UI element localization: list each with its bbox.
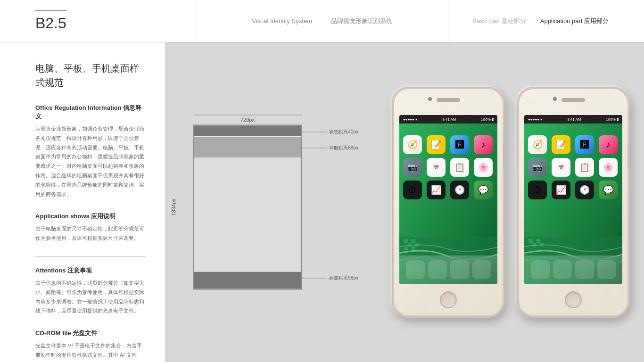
svg-rect-2 <box>404 239 408 243</box>
phone-2-wallpaper: 🧭 📝 🅰 ♪ 📷 📅 📋 🌸 ⏱ 📈 🕐 <box>524 123 622 284</box>
phone-2: ●●●●● ▾ 9:41 AM 100% ▮ <box>517 87 630 318</box>
phone-1-status-bar: ●●●●● ▾ 9:41 AM 100% ▮ <box>399 115 497 123</box>
info-block-2-title: Application shows 应用说明 <box>35 212 146 221</box>
phone-2-status-bar: ●●●●● ▾ 9:41 AM 100% ▮ <box>524 115 622 123</box>
phone2-notes-icon: 📝 <box>552 135 570 154</box>
info-block-2: Application shows 应用说明 由于电脑桌面的尺寸不确定性，此页部… <box>35 212 146 243</box>
svg-rect-6 <box>404 247 408 250</box>
status-bar-block <box>194 126 301 136</box>
svg-rect-10 <box>529 239 533 243</box>
right-panel: 720px 1334px <box>165 42 644 362</box>
wireframe-box: 1334px 状态栏高40px <box>193 125 302 290</box>
phone2-safari-icon: 🧭 <box>528 135 547 154</box>
main-content: 电脑、平板、手机桌面样式规范 Office Regulation Informa… <box>0 42 644 362</box>
phone-2-vol-down <box>517 154 518 168</box>
phone2-messages-icon: 💬 <box>599 181 618 199</box>
phone-2-vol-up <box>517 135 518 149</box>
header-left: B2.5 <box>35 10 196 32</box>
app-icons-grid-2: 🧭 📝 🅰 ♪ 📷 📅 📋 🌸 ⏱ 📈 🕐 <box>528 135 619 199</box>
camera-icon: 📷 <box>403 158 422 177</box>
brand-label-en: Visual Identity System <box>252 17 312 25</box>
wireframe-frame <box>193 125 302 290</box>
content-block <box>194 158 301 271</box>
phone2-dock-icon-1 <box>531 260 550 279</box>
phone-1-speaker <box>437 98 460 102</box>
cdrom-title: CD-ROM file 光盘文件 <box>35 329 146 337</box>
phone2-music-icon: ♪ <box>599 135 618 154</box>
phone-1-dock <box>399 255 497 284</box>
phone2-compass-icon: ⏱ <box>528 181 547 199</box>
phone2-dock-icon-2 <box>553 260 572 279</box>
svg-rect-13 <box>540 243 544 247</box>
svg-rect-3 <box>412 239 415 243</box>
phone-2-time: 9:41 AM <box>567 117 581 122</box>
nav-application: Application part 应用部分 <box>540 17 609 25</box>
svg-rect-5 <box>415 243 419 247</box>
status-label: 状态栏高40px <box>298 129 358 135</box>
phone-2-screen: ●●●●● ▾ 9:41 AM 100% ▮ <box>524 115 622 284</box>
brand-label-cn: 品牌视觉形象识别系统 <box>331 17 392 25</box>
phone-2-home[interactable] <box>565 291 582 308</box>
info-block-3-text: 由于信息的不确定性，此页部分规范（如文字大小、间距等）可作为参考使用，具体可根据… <box>35 279 146 316</box>
svg-rect-12 <box>533 243 537 247</box>
reminders-icon: 📋 <box>450 158 469 177</box>
phone-1-vol-up <box>392 135 393 149</box>
dock-icon-4 <box>472 260 491 279</box>
svg-rect-4 <box>408 243 412 247</box>
svg-rect-11 <box>537 239 540 243</box>
music-icon: ♪ <box>474 135 493 154</box>
header: B2.5 Visual Identity System 品牌视觉形象识别系统 B… <box>0 0 644 42</box>
nav-basic: Basic part 基础部分 <box>472 17 526 25</box>
svg-rect-7 <box>412 247 415 250</box>
phone-1: ●●●●● ▾ 9:41 AM 100% ▮ <box>392 87 505 318</box>
safari-icon: 🧭 <box>403 135 422 154</box>
phone-2-camera <box>553 97 557 101</box>
phone-1-home[interactable] <box>440 291 457 308</box>
clock-icon: 🕐 <box>450 181 469 199</box>
phone-2-battery: 100% ▮ <box>606 117 619 122</box>
phone-1-vol-down <box>392 154 393 168</box>
phone2-stocks-icon: 📈 <box>552 181 570 199</box>
info-block-2-text: 由于电脑桌面的尺寸不确定性，此页部分规范可作为参考使用，具体可根据实际尺寸来调整… <box>35 224 146 243</box>
phone-2-body: ●●●●● ▾ 9:41 AM 100% ▮ <box>517 87 630 318</box>
stocks-icon: 📈 <box>427 181 446 199</box>
info-block-3-title: Attentions 注意事项 <box>35 266 146 275</box>
messages-icon: 💬 <box>474 181 493 199</box>
phone-1-camera <box>428 97 432 101</box>
phone-1-wallpaper: 🧭 📝 🅰 ♪ 📷 📅 📋 🌸 ⏱ 📈 🕐 <box>399 123 497 284</box>
phone-1-body: ●●●●● ▾ 9:41 AM 100% ▮ <box>392 87 505 318</box>
photos-icon: 🌸 <box>474 158 493 177</box>
dock-icon-1 <box>406 260 425 279</box>
tab-label: 标签栏高98px <box>298 275 358 281</box>
header-right: Basic part 基础部分 Application part 应用部分 <box>448 0 609 42</box>
phone2-photos-icon: 🌸 <box>599 158 618 177</box>
phone2-dock-icon-3 <box>575 260 594 279</box>
header-center: Visual Identity System 品牌视觉形象识别系统 <box>196 0 448 42</box>
dock-icon-3 <box>450 260 469 279</box>
info-block-3: Attentions 注意事项 由于信息的不确定性，此页部分规范（如文字大小、间… <box>35 266 146 316</box>
page-number: B2.5 <box>35 10 66 32</box>
phone-2-speaker <box>561 98 585 102</box>
phone-1-time: 9:41 AM <box>442 117 456 122</box>
cdrom-block: CD-ROM file 光盘文件 光盘文件是本 VI 手册电子文件的集合，内含手… <box>35 329 146 362</box>
phone2-dock-icon-4 <box>597 260 616 279</box>
appstore-icon: 🅰 <box>450 135 469 154</box>
width-label: 720px <box>193 115 302 123</box>
wireframe-section: 720px 1334px <box>193 115 302 290</box>
notes-icon: 📝 <box>427 135 446 154</box>
phones-container: ●●●●● ▾ 9:41 AM 100% ▮ <box>392 87 630 318</box>
phone2-calendar-icon: 📅 <box>552 158 570 177</box>
tab-bar-block <box>194 272 301 289</box>
height-label: 1334px <box>171 198 176 215</box>
calendar-icon: 📅 <box>427 158 446 177</box>
cdrom-text: 光盘文件是本 VI 手册电子文件的集合，内含手册制作时的专用软件格式文件。其中 … <box>35 341 146 362</box>
app-icons-grid-1: 🧭 📝 🅰 ♪ 📷 📅 📋 🌸 ⏱ 📈 🕐 <box>403 135 494 199</box>
phone2-clock-icon: 🕐 <box>575 181 594 199</box>
section-title: 电脑、平板、手机桌面样式规范 <box>35 61 146 90</box>
phone2-reminders-icon: 📋 <box>575 158 594 177</box>
nav-label: 导航栏高88px <box>298 145 358 151</box>
phone-2-dock <box>524 255 622 284</box>
phone-1-side-button <box>504 144 505 168</box>
phone-1-screen: ●●●●● ▾ 9:41 AM 100% ▮ <box>399 115 497 284</box>
info-block-1-title: Office Regulation Information 信息释义 <box>35 104 146 121</box>
